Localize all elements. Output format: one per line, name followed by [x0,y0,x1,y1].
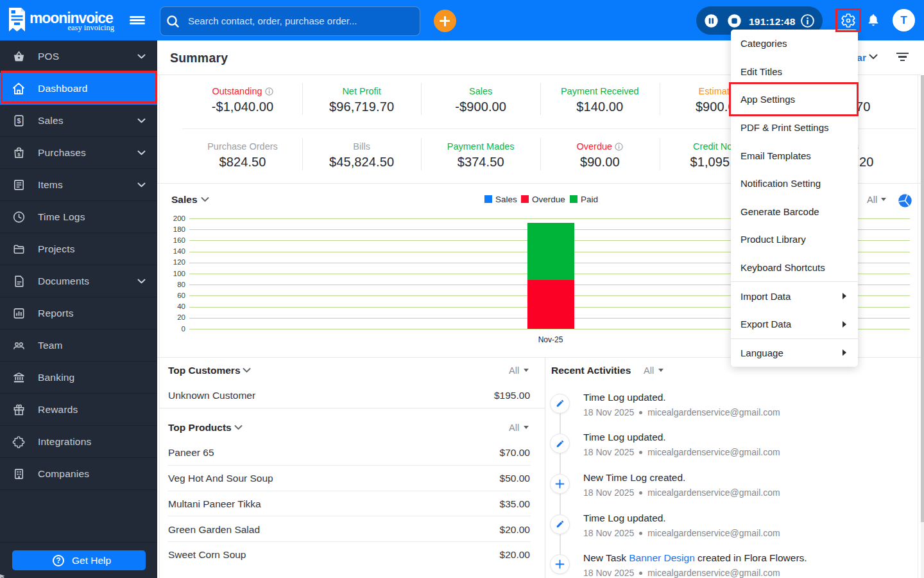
svg-text:$: $ [17,117,21,125]
svg-text:$: $ [17,152,21,157]
